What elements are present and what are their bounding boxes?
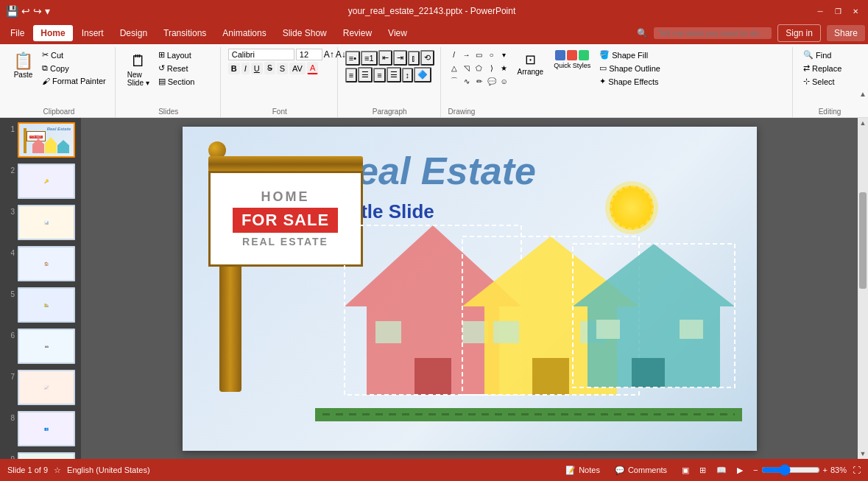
reading-view-button[interactable]: 📖 (712, 464, 731, 477)
slide-canvas[interactable]: Real Estate Title Slide HOME FOR SALE RE… (183, 127, 757, 451)
chevron-shape[interactable]: ⟩ (486, 62, 498, 74)
italic-button[interactable]: I (241, 63, 250, 74)
scroll-thumb[interactable] (859, 192, 867, 289)
pentagon-shape[interactable]: ⬠ (473, 62, 485, 74)
increase-indent-button[interactable]: ⇥ (393, 50, 407, 66)
callout-shape[interactable]: 💬 (486, 75, 498, 87)
zoom-slider-input[interactable] (761, 464, 820, 476)
ribbon-collapse-button[interactable]: ▲ (859, 90, 867, 98)
font-name-input[interactable] (228, 49, 294, 60)
shape-effects-button[interactable]: ✦ Shape Effects (596, 75, 663, 88)
window-controls[interactable]: ─ ❐ ✕ (814, 4, 862, 18)
customize-icon[interactable]: ▾ (45, 5, 50, 17)
copy-button[interactable]: ⧉ Copy (39, 62, 109, 74)
shape-fill-button[interactable]: 🪣 Shape Fill (596, 49, 663, 61)
undo-icon[interactable]: ↩ (21, 5, 30, 17)
notes-button[interactable]: 📝 Notes (561, 464, 604, 477)
shadow-button[interactable]: S (277, 63, 288, 74)
close-button[interactable]: ✕ (849, 4, 862, 18)
slide-thumbnail-6[interactable]: 6 🏘 (3, 327, 78, 365)
numbering-button[interactable]: ≡1 (361, 51, 378, 66)
columns-button[interactable]: ⫿ (408, 51, 420, 66)
text-direction-button[interactable]: ⟲ (420, 50, 434, 66)
share-button[interactable]: Share (827, 25, 865, 41)
quick-access-toolbar[interactable]: 💾 ↩ ↪ ▾ (6, 5, 50, 17)
section-button[interactable]: ▤ Section (155, 75, 214, 88)
strikethrough-button[interactable]: S̶ (264, 62, 275, 74)
menu-view[interactable]: View (381, 25, 414, 41)
triangle-shape[interactable]: △ (448, 62, 460, 74)
minimize-button[interactable]: ─ (814, 4, 827, 18)
align-right-button[interactable]: ≡ (373, 68, 385, 82)
arrow-shape[interactable]: → (461, 49, 473, 60)
menu-slideshow[interactable]: Slide Show (275, 25, 334, 41)
shape-outline-button[interactable]: ▭ Shape Outline (596, 62, 663, 74)
scroll-track[interactable] (858, 128, 868, 449)
freeform-shape[interactable]: ✏ (473, 75, 485, 87)
line-spacing-button[interactable]: ↕ (402, 68, 414, 82)
decrease-indent-button[interactable]: ⇤ (378, 50, 392, 66)
tell-me-input[interactable] (654, 27, 772, 39)
normal-view-button[interactable]: ▣ (677, 464, 694, 477)
paste-button[interactable]: 📋 Paste (9, 49, 38, 82)
slide-thumbnail-8[interactable]: 8 👥 (3, 410, 78, 448)
convert-smartart-button[interactable]: 🔷 (414, 67, 431, 82)
star-shape[interactable]: ★ (498, 62, 510, 74)
more-shapes[interactable]: ▾ (498, 49, 510, 60)
restore-button[interactable]: ❐ (831, 4, 844, 18)
menu-animations[interactable]: Animations (215, 25, 273, 41)
oval-shape[interactable]: ○ (486, 49, 498, 60)
quick-styles-button[interactable]: Quick Styles (551, 49, 593, 71)
slide-thumbnail-9[interactable]: 9 📋 (3, 451, 78, 459)
slide-thumbnail-4[interactable]: 4 🏠 (3, 245, 78, 283)
vertical-scrollbar[interactable]: ▲ ▼ (858, 118, 868, 459)
smiley-shape[interactable]: ☺ (498, 75, 510, 87)
comments-button[interactable]: 💬 Comments (610, 464, 671, 477)
justify-button[interactable]: ☰ (387, 67, 401, 82)
slide-thumbnail-5[interactable]: 5 🏡 (3, 286, 78, 324)
bullets-button[interactable]: ≡• (345, 51, 360, 66)
slide-thumbnail-3[interactable]: 3 📊 (3, 203, 78, 242)
rect-shape[interactable]: ▭ (473, 49, 485, 60)
slide-sorter-button[interactable]: ⊞ (695, 464, 710, 477)
slide-thumbnail-1[interactable]: 1 Real Estate HOME FOR SALE (3, 121, 78, 159)
menu-design[interactable]: Design (113, 25, 155, 41)
font-color-button[interactable]: A (307, 62, 318, 74)
save-icon[interactable]: 💾 (6, 5, 18, 17)
menu-insert[interactable]: Insert (74, 25, 111, 41)
redo-icon[interactable]: ↪ (33, 5, 42, 17)
new-slide-button[interactable]: 🗒 NewSlide ▾ (123, 49, 154, 90)
sign-in-button[interactable]: Sign in (777, 24, 821, 42)
slideshow-button[interactable]: ▶ (733, 464, 747, 477)
increase-font-button[interactable]: A↑ (324, 49, 334, 60)
slide-thumbnail-7[interactable]: 7 📈 (3, 368, 78, 407)
cut-button[interactable]: ✂ Cut (39, 49, 109, 61)
menu-review[interactable]: Review (336, 25, 379, 41)
zoom-in-button[interactable]: + (823, 466, 828, 474)
menu-file[interactable]: File (3, 25, 32, 41)
line-shape[interactable]: / (448, 49, 460, 60)
slide-thumbnail-2[interactable]: 2 🔑 (3, 162, 78, 200)
font-size-input[interactable] (296, 49, 322, 60)
replace-button[interactable]: ⇄ Replace (800, 62, 859, 74)
curve-shape[interactable]: ∿ (461, 75, 473, 87)
underline-button[interactable]: U (251, 63, 263, 74)
align-left-button[interactable]: ≡ (345, 68, 357, 82)
reset-button[interactable]: ↺ Reset (155, 62, 214, 74)
zoom-out-button[interactable]: − (753, 466, 758, 474)
layout-button[interactable]: ⊞ Layout (155, 49, 214, 61)
find-button[interactable]: 🔍 Find (800, 49, 859, 61)
scroll-down-button[interactable]: ▼ (858, 449, 868, 459)
format-painter-button[interactable]: 🖌 Format Painter (39, 75, 109, 87)
arrange-button[interactable]: ⊡ Arrange (513, 49, 548, 79)
select-button[interactable]: ⊹ Select (800, 75, 859, 88)
rtriangle-shape[interactable]: ◹ (461, 62, 473, 74)
align-center-button[interactable]: ☰ (358, 67, 373, 82)
arc-shape[interactable]: ⌒ (448, 75, 460, 87)
char-spacing-button[interactable]: AV (289, 63, 306, 74)
bold-button[interactable]: B (228, 63, 240, 74)
menu-transitions[interactable]: Transitions (156, 25, 214, 41)
menu-home[interactable]: Home (33, 25, 72, 41)
fit-page-button[interactable]: ⛶ (853, 466, 861, 474)
scroll-up-button[interactable]: ▲ (858, 118, 868, 128)
